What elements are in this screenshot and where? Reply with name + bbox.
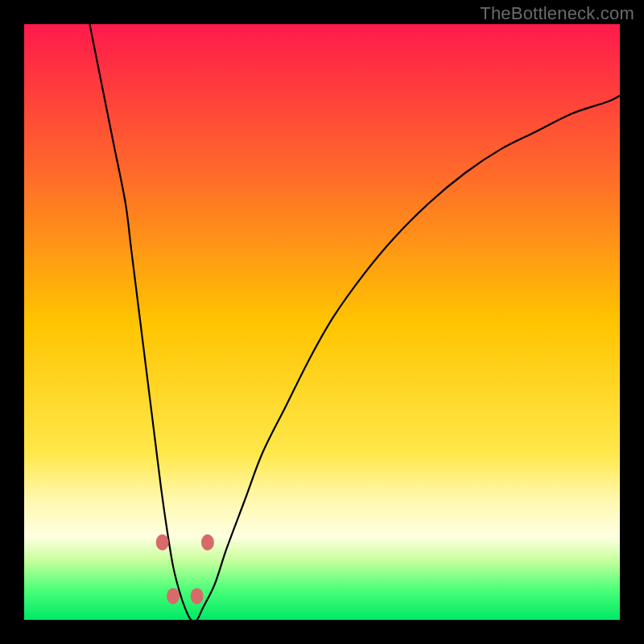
chart-svg xyxy=(24,24,620,620)
highlight-marker xyxy=(167,588,180,604)
watermark-text: TheBottleneck.com xyxy=(480,3,634,24)
highlight-marker xyxy=(201,535,214,551)
highlight-marker xyxy=(156,535,169,551)
chart-frame xyxy=(24,24,620,620)
highlight-marker xyxy=(191,588,204,604)
chart-background xyxy=(24,24,620,620)
